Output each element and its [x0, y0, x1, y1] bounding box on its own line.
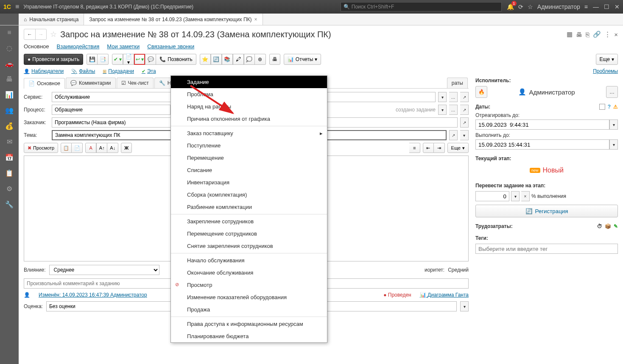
menu-item[interactable]: Изменение показателей оборудования: [171, 291, 327, 303]
maximize-button[interactable]: ☐: [604, 3, 609, 10]
dates-checkbox[interactable]: [599, 104, 605, 110]
menu-item[interactable]: Снятие закрепления сотрудников: [171, 240, 327, 252]
problems-link[interactable]: Проблемы: [593, 68, 618, 74]
tab-home[interactable]: ⌂ Начальная страница: [19, 14, 84, 25]
sidebar-users-icon[interactable]: 👥: [5, 106, 14, 114]
menu-item[interactable]: Разбиение комплектации: [171, 201, 327, 213]
help-icon[interactable]: ?: [608, 104, 611, 110]
add-star-button[interactable]: ⭐: [200, 54, 211, 65]
process-input[interactable]: [52, 105, 170, 115]
print-icon[interactable]: 🖶: [576, 31, 582, 38]
subnav-calls[interactable]: Связанные звонки: [147, 43, 194, 50]
font-up-button[interactable]: A↑: [96, 143, 107, 153]
menu-item[interactable]: Причина отклонения от графика: [171, 113, 327, 125]
post-and-close-button[interactable]: ● Провести и закрыть: [24, 54, 83, 65]
comment-button[interactable]: 💭: [244, 54, 255, 65]
print-button[interactable]: 🖶: [269, 54, 280, 65]
menu-icon[interactable]: ≡: [584, 3, 588, 10]
create-based-on-button[interactable]: ↩ ▾: [134, 54, 145, 65]
process-dropdown-button[interactable]: ▾: [438, 105, 447, 115]
warning-icon[interactable]: ⚠: [613, 104, 618, 110]
close-button[interactable]: ✕: [615, 3, 620, 10]
files-link[interactable]: 📎Файлы: [71, 68, 95, 74]
executor-pick-button[interactable]: 🔥: [475, 86, 487, 98]
tags-input[interactable]: [475, 244, 618, 254]
subject-open-button[interactable]: ↗: [449, 130, 458, 140]
service-more-button[interactable]: …: [449, 92, 458, 102]
sidebar-calendar-icon[interactable]: 📅: [5, 153, 14, 161]
indent-button[interactable]: ⇤: [423, 143, 434, 153]
sidebar-gear-icon[interactable]: ⚙: [6, 185, 12, 193]
sidebar-wrench-icon[interactable]: 🔧: [5, 200, 14, 208]
sidebar-money-icon[interactable]: 💰: [5, 122, 14, 130]
sidebar-mail-icon[interactable]: ✉: [7, 138, 12, 146]
observers-link[interactable]: 👤Наблюдатели: [24, 68, 64, 74]
copy-icon[interactable]: ⎘: [586, 31, 589, 38]
gantt-link[interactable]: 📊 Диаграмма Ганта: [420, 292, 469, 298]
complete-date-button[interactable]: ▾: [609, 139, 618, 150]
copy-text-button[interactable]: 📋: [61, 143, 72, 153]
align-icon-button[interactable]: ≡: [409, 143, 420, 153]
star-icon[interactable]: ☆: [528, 3, 533, 10]
global-search[interactable]: 🔍 Поиск Ctrl+Shift+F: [341, 2, 502, 11]
react-date-button[interactable]: ▾: [609, 119, 618, 130]
react-date-input[interactable]: [475, 119, 609, 130]
service-dropdown-button[interactable]: ▾: [438, 92, 447, 102]
refresh-button[interactable]: 🔄: [211, 54, 222, 65]
menu-item[interactable]: Права доступа к информационным ресурсам: [171, 318, 327, 330]
outdent-button[interactable]: ⇥: [434, 143, 445, 153]
highlight-button[interactable]: 🖍: [233, 54, 244, 65]
process-more-button[interactable]: …: [449, 105, 458, 115]
preview-button[interactable]: ✖ Просмотр: [24, 143, 58, 153]
doc-dropdown-button[interactable]: 📄 ▾: [123, 54, 134, 65]
rating-dropdown-button[interactable]: ▾: [460, 301, 469, 311]
menu-item[interactable]: Сборка (комплектация): [171, 189, 327, 201]
sidebar-circle-icon[interactable]: ◌: [6, 44, 12, 52]
tab-close-icon[interactable]: ×: [254, 17, 257, 22]
ai-button[interactable]: ⊛: [255, 54, 266, 65]
call-button[interactable]: 📞 Позвонить: [156, 54, 196, 65]
user-label[interactable]: Администратор: [537, 3, 580, 10]
menu-item[interactable]: Проблема: [171, 88, 327, 100]
register-button[interactable]: 🔄Регистрация: [475, 205, 618, 217]
tab-document[interactable]: Запрос на изменение № 38 от 14.09.23 (За…: [84, 14, 263, 25]
menu-item[interactable]: Начало обслуживания: [171, 254, 327, 267]
menu-item[interactable]: Продажа: [171, 303, 327, 316]
link-icon[interactable]: 🔗: [593, 31, 601, 38]
inner-tab-main[interactable]: 📄Основное: [24, 78, 65, 89]
favorite-star-icon[interactable]: ☆: [50, 30, 57, 39]
menu-item[interactable]: Перемещение: [171, 152, 327, 164]
executor-more-button[interactable]: …: [606, 86, 618, 98]
menu-item[interactable]: Инвентаризация: [171, 176, 327, 189]
subnav-main[interactable]: Основное: [24, 43, 49, 50]
percent-up-button[interactable]: ▾: [511, 191, 520, 201]
menu-item[interactable]: Задание: [171, 76, 327, 88]
post-button[interactable]: 📑: [98, 54, 109, 65]
sidebar-car-icon[interactable]: 🚗: [5, 60, 14, 68]
editor-more-button[interactable]: Еще ▾: [447, 143, 469, 153]
complete-date-input[interactable]: [475, 139, 609, 150]
subject-dropdown-button[interactable]: ▾: [460, 130, 469, 140]
impact-select[interactable]: Среднее: [49, 265, 159, 275]
menu-item[interactable]: Окончание обслуживания: [171, 267, 327, 279]
hamburger-icon[interactable]: ≡: [15, 3, 19, 11]
chat-button[interactable]: 💬: [145, 54, 156, 65]
font-down-button[interactable]: A↓: [107, 143, 118, 153]
layers-button[interactable]: 📚: [222, 54, 233, 65]
percent-input[interactable]: [475, 191, 509, 201]
subtasks-link[interactable]: ⊞Подзадачи: [103, 68, 134, 74]
labor-icon1[interactable]: ⏱: [597, 223, 602, 229]
inner-tab-costs[interactable]: раты: [447, 78, 468, 88]
check-dropdown-button[interactable]: ✔ ▾: [112, 54, 123, 65]
history-icon[interactable]: ⟳: [518, 3, 523, 10]
labor-icon2[interactable]: 📦: [605, 223, 611, 229]
menu-item[interactable]: Планирование бюджета: [171, 330, 327, 342]
bold-button[interactable]: Ж: [121, 143, 132, 153]
menu-item[interactable]: Наряд на работы: [171, 100, 327, 113]
save-button[interactable]: 💾: [87, 54, 98, 65]
subnav-interactions[interactable]: Взаимодействия: [57, 43, 100, 50]
reports-button[interactable]: 📊 Отчеты ▾: [284, 54, 321, 65]
menu-item[interactable]: Заказ поставщику: [171, 127, 327, 139]
menu-item[interactable]: Закрепление сотрудников: [171, 215, 327, 228]
more-icon[interactable]: ⋮: [604, 31, 611, 38]
